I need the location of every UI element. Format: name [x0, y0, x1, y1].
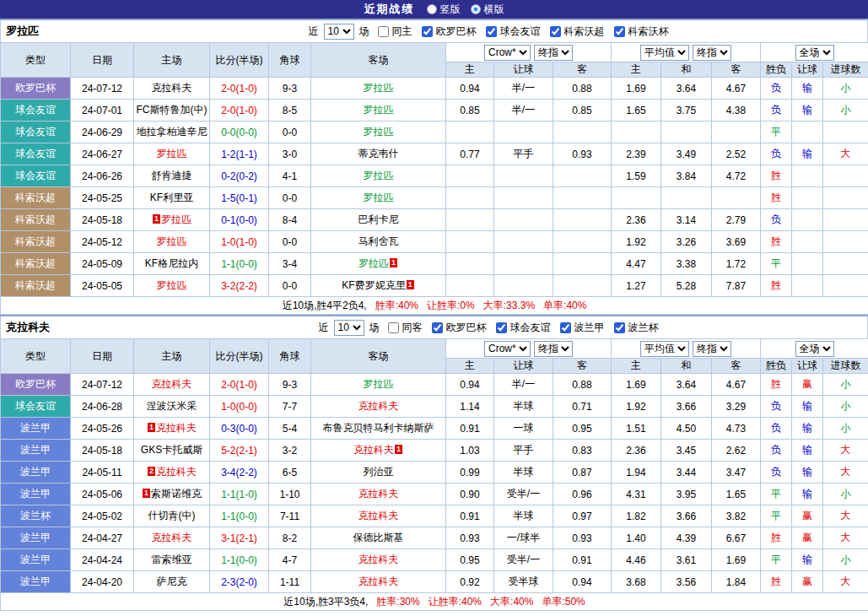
league-badge: 科索沃超	[1, 275, 71, 297]
score: 3-4(2-2)	[210, 462, 269, 484]
avg-away: 4.38	[712, 100, 761, 122]
summary-segment: 大率:40%	[490, 596, 533, 608]
avg-home	[612, 122, 661, 143]
column-subheader: 主	[446, 62, 494, 78]
odds-away: 0.71	[553, 396, 612, 418]
same-venue-label: 同主	[392, 24, 412, 39]
games-label: 场	[359, 24, 369, 39]
handicap-result-cell: 输	[792, 78, 823, 100]
result-cell: 负	[761, 209, 792, 231]
avg-home: 1.40	[612, 527, 661, 549]
away-team: 克拉科夫	[311, 484, 446, 505]
match-date: 24-05-26	[71, 418, 134, 440]
avg-away: 2.79	[712, 209, 761, 231]
score: 1-2(1-1)	[210, 143, 269, 165]
avg-away	[712, 122, 761, 143]
result-cell: 胜	[761, 571, 792, 593]
goals-result-cell	[823, 187, 868, 209]
avg-type-select[interactable]: 平均值	[640, 45, 689, 61]
avg-time-select[interactable]: 终指	[693, 341, 731, 357]
score: 1-5(0-1)	[210, 187, 269, 209]
avg-away: 1.84	[712, 571, 761, 593]
red-card-badge: 1	[407, 280, 414, 289]
match-date: 24-05-12	[71, 231, 134, 253]
odds-handicap: 一/球半	[494, 527, 553, 549]
avg-home: 4.47	[612, 253, 661, 275]
section-header: 克拉科夫近10场同客欧罗巴杯球会友谊波兰甲波兰杯	[0, 316, 868, 338]
odds-home: 0.91	[446, 418, 494, 440]
odds-away: 0.88	[553, 78, 612, 100]
odds-away	[553, 231, 612, 253]
league-badge: 波兰甲	[1, 571, 71, 593]
avg-away: 4.67	[712, 78, 761, 100]
avg-time-select[interactable]: 终指	[693, 45, 731, 61]
odds-away: 0.94	[553, 571, 612, 593]
avg-home: 1.92	[612, 231, 661, 253]
summary-segment: 胜率:30%	[376, 596, 419, 608]
avg-draw: 5.28	[661, 275, 712, 297]
score: 1-1(0-0)	[210, 549, 269, 571]
summary-segment: 近10场,胜4平2负4,	[283, 300, 367, 311]
score: 2-0(1-0)	[210, 374, 269, 396]
league-checkbox-0[interactable]	[422, 26, 433, 37]
away-team: 克拉科夫	[311, 549, 446, 571]
match-row: 球会友谊24-06-26舒肯迪捷0-2(0-2)4-1罗拉匹1.593.844.…	[1, 165, 868, 187]
scope-select[interactable]: 全场	[795, 341, 834, 357]
radio-icon	[427, 4, 437, 14]
odds-away: 0.97	[553, 505, 612, 527]
games-label: 场	[369, 321, 380, 335]
league-checkbox-2[interactable]	[550, 26, 561, 37]
summary-segment: 单率:50%	[542, 596, 585, 608]
result-cell: 平	[761, 549, 792, 571]
home-team: 什切青(中)	[134, 505, 210, 527]
league-checkbox-1[interactable]	[486, 26, 497, 37]
odds-away: 0.88	[553, 374, 612, 396]
away-team: 罗拉匹1	[311, 253, 446, 275]
goals-result-cell	[823, 275, 868, 297]
column-subheader: 客	[712, 359, 761, 374]
league-checkbox-3[interactable]	[614, 26, 625, 37]
corners: 5-4	[269, 418, 311, 440]
layout-radio-0[interactable]: 竖版	[427, 3, 461, 17]
avg-away: 3.29	[712, 396, 761, 418]
league-checkbox-3[interactable]	[614, 322, 625, 333]
handicap-result-cell: 输	[792, 100, 823, 122]
avg-type-select[interactable]: 平均值	[640, 341, 689, 357]
league-badge: 波兰甲	[1, 549, 71, 571]
recent-count-select[interactable]: 10	[334, 320, 364, 336]
odds-time-select[interactable]: 终指	[534, 341, 573, 357]
scope-select[interactable]: 全场	[795, 45, 834, 61]
odds-company-select[interactable]: Crow*	[484, 45, 531, 61]
team-section-1: 克拉科夫近10场同客欧罗巴杯球会友谊波兰甲波兰杯类型日期主场比分(半场)角球客场…	[0, 315, 868, 611]
odds-home	[446, 209, 494, 231]
league-badge: 欧罗巴杯	[1, 78, 71, 100]
match-date: 24-04-27	[71, 527, 134, 549]
match-date: 24-04-24	[71, 549, 134, 571]
match-date: 24-05-11	[71, 462, 134, 484]
league-checkbox-1[interactable]	[496, 322, 507, 333]
avg-away: 3.47	[712, 462, 761, 484]
odds-selects-cell: Crow*终指	[446, 43, 612, 62]
match-date: 24-05-05	[71, 275, 134, 297]
odds-time-select[interactable]: 终指	[534, 45, 573, 61]
avg-draw	[661, 187, 712, 209]
same-venue-label: 同客	[402, 321, 423, 335]
same-venue-checkbox[interactable]	[378, 26, 389, 37]
match-date: 24-05-02	[71, 505, 134, 527]
recent-count-select[interactable]: 10	[324, 24, 354, 40]
league-badge: 波兰甲	[1, 462, 71, 484]
odds-home: 0.85	[446, 100, 494, 122]
column-header: 日期	[71, 43, 134, 78]
match-row: 波兰甲24-04-24雷索维亚1-1(0-0)4-7克拉科夫0.95受半/一0.…	[1, 549, 868, 571]
same-venue-checkbox[interactable]	[388, 322, 399, 333]
match-row: 球会友谊24-06-27罗拉匹1-2(1-1)3-0蒂克韦什0.77平手0.93…	[1, 143, 868, 165]
league-badge: 波兰甲	[1, 484, 71, 505]
league-checkbox-2[interactable]	[560, 322, 571, 333]
corners: 8-2	[269, 527, 311, 549]
odds-away: 0.87	[553, 462, 612, 484]
layout-radio-1[interactable]: 横版	[471, 3, 504, 17]
corners: 1-11	[269, 571, 311, 593]
league-checkbox-0[interactable]	[432, 322, 443, 333]
odds-company-select[interactable]: Crow*	[484, 341, 531, 357]
handicap-result-cell: 输	[792, 143, 823, 165]
